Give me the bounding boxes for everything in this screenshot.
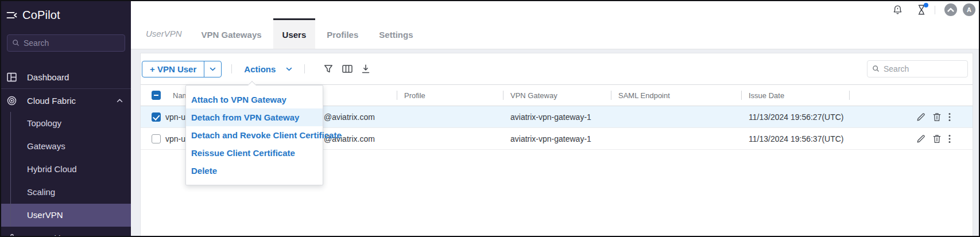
column-header-profile[interactable]: Profile: [397, 85, 503, 106]
sidebar-item-label: Networking: [27, 234, 70, 237]
app-title: CoPilot: [22, 9, 60, 22]
sidebar-nav: Dashboard Cloud Fabric Topology G: [1, 65, 131, 237]
tab-vpn-gateways[interactable]: VPN Gateways: [192, 18, 271, 49]
add-vpn-user-dropdown-toggle[interactable]: [204, 61, 221, 77]
row-select-cell: [141, 134, 165, 143]
delete-trash-icon[interactable]: [933, 112, 941, 122]
notifications-bell-icon[interactable]: [893, 5, 902, 15]
sidebar-item-dashboard[interactable]: Dashboard: [1, 65, 131, 88]
add-vpn-user-split-button: + VPN User: [142, 61, 222, 77]
column-header-email[interactable]: [311, 85, 397, 106]
menu-item-detach-from-vpn-gateway[interactable]: Detach from VPN Gateway: [186, 108, 323, 126]
issue-date-cell: 11/13/2024 19:56:27(UTC): [741, 112, 849, 122]
actions-menu-button[interactable]: Actions: [242, 64, 295, 74]
sidebar-header: CoPilot: [1, 1, 131, 23]
email-cell: @aviatrix.com: [311, 112, 397, 122]
actions-label: Actions: [244, 64, 276, 74]
column-header-issue-date[interactable]: Issue Date: [741, 85, 849, 106]
sidebar-collapse-icon[interactable]: [6, 11, 17, 20]
tasks-hourglass-icon[interactable]: [917, 5, 925, 15]
menu-item-detach-and-revoke-cert[interactable]: Detach and Revoke Client Certificate: [186, 126, 323, 144]
select-all-cell: [141, 85, 165, 106]
tab-users[interactable]: Users: [273, 18, 316, 49]
row-actions-cell: [849, 112, 973, 122]
dashboard-icon: [7, 72, 17, 82]
column-header-actions: [849, 85, 973, 106]
table-toolbar: + VPN User Actions: [141, 53, 973, 84]
avatar-letter: A: [967, 6, 971, 13]
notification-dot: [924, 3, 928, 7]
sidebar-search-input[interactable]: [7, 34, 125, 52]
search-icon: [872, 65, 880, 72]
sidebar-item-scaling[interactable]: Scaling: [1, 181, 131, 204]
chevron-down-icon: [286, 67, 292, 71]
menu-item-reissue-client-cert[interactable]: Reissue Client Certificate: [186, 144, 323, 162]
top-header-bar: A: [131, 1, 979, 18]
select-all-checkbox[interactable]: [152, 91, 161, 100]
toolbar-divider: [304, 64, 305, 73]
cloud-fabric-submenu: Topology Gateways Hybrid Cloud Scaling U…: [1, 112, 131, 227]
row-actions-cell: [849, 134, 973, 143]
kebab-menu-icon[interactable]: [948, 112, 951, 122]
chevron-up-icon: [117, 99, 123, 103]
row-checkbox[interactable]: [152, 134, 161, 143]
sidebar-item-networking[interactable]: Networking: [1, 227, 131, 237]
sidebar-item-topology[interactable]: Topology: [1, 112, 131, 135]
networking-icon: [7, 234, 17, 237]
table-search: [867, 60, 968, 77]
download-icon[interactable]: [362, 64, 370, 73]
delete-trash-icon[interactable]: [933, 134, 941, 143]
actions-dropdown-menu: Attach to VPN Gateway Detach from VPN Ga…: [185, 85, 323, 185]
cloud-fabric-icon: [7, 96, 17, 106]
page-title: UserVPN: [142, 29, 185, 38]
edit-pencil-icon[interactable]: [916, 112, 925, 122]
sidebar-item-gateways[interactable]: Gateways: [1, 135, 131, 158]
header-divider: [935, 6, 935, 14]
row-select-cell: [141, 112, 165, 122]
sidebar-item-cloud-fabric[interactable]: Cloud Fabric: [1, 89, 131, 112]
vpn-gateway-cell: aviatrix-vpn-gateway-1: [503, 134, 611, 143]
issue-date-cell: 11/13/2024 19:56:37(UTC): [741, 134, 849, 143]
add-vpn-user-button[interactable]: + VPN User: [142, 61, 204, 77]
sidebar-item-uservpn[interactable]: UserVPN: [1, 204, 131, 227]
kebab-menu-icon[interactable]: [948, 134, 951, 143]
chevron-up-logo-icon: [947, 7, 954, 12]
column-header-saml-endpoint[interactable]: SAML Endpoint: [611, 85, 741, 106]
search-icon: [12, 39, 20, 46]
tab-bar: UserVPN VPN Gateways Users Profiles Sett…: [131, 18, 979, 49]
table-search-input[interactable]: [867, 60, 968, 77]
vpn-gateway-cell: aviatrix-vpn-gateway-1: [503, 112, 611, 122]
sidebar-search: [7, 34, 125, 52]
sidebar-item-hybrid-cloud[interactable]: Hybrid Cloud: [1, 158, 131, 181]
tab-settings[interactable]: Settings: [370, 18, 422, 49]
filter-icon[interactable]: [324, 64, 333, 73]
columns-icon[interactable]: [342, 65, 353, 73]
sidebar-item-label: Dashboard: [27, 72, 69, 82]
copilot-window: CoPilot Dashboard: [0, 0, 980, 237]
copilot-logo-avatar[interactable]: [944, 3, 957, 16]
sidebar: CoPilot Dashboard: [1, 1, 131, 236]
column-header-vpn-gateway[interactable]: VPN Gateway: [503, 85, 611, 106]
menu-item-delete[interactable]: Delete: [186, 162, 323, 180]
menu-item-attach-to-vpn-gateway[interactable]: Attach to VPN Gateway: [186, 91, 323, 108]
sidebar-item-label: Cloud Fabric: [27, 96, 76, 106]
user-avatar[interactable]: A: [963, 3, 975, 16]
toolbar-divider: [231, 64, 232, 73]
edit-pencil-icon[interactable]: [916, 134, 925, 143]
tab-profiles[interactable]: Profiles: [317, 18, 367, 49]
row-checkbox[interactable]: [152, 112, 161, 122]
